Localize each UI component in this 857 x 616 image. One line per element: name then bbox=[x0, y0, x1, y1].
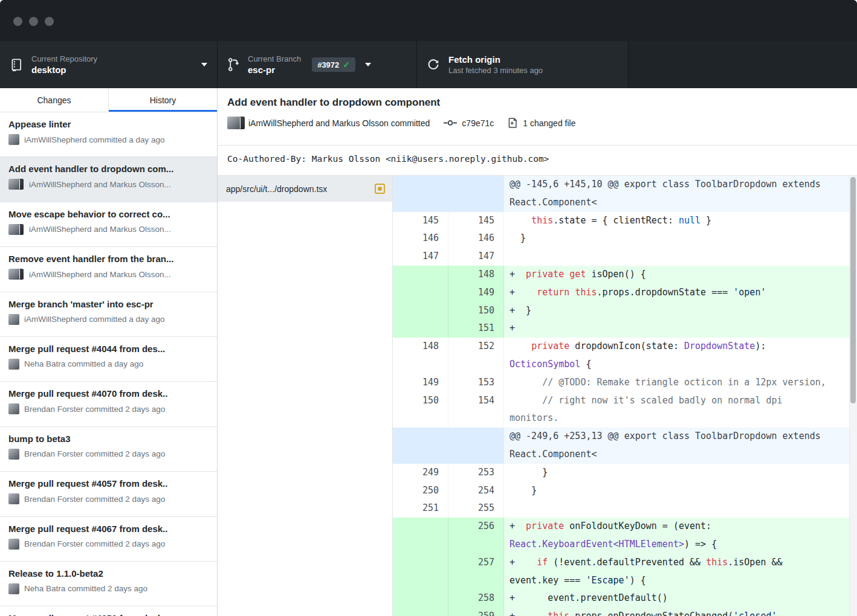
current-repository-button[interactable]: Current Repository desktop bbox=[0, 41, 218, 88]
scrollbar-track[interactable] bbox=[849, 176, 857, 616]
file-list-item[interactable]: app/src/ui/t.../dropdown.tsx bbox=[218, 176, 392, 202]
commit-item-byline: iAmWillShepherd and Markus Olsson... bbox=[8, 269, 209, 280]
code-token bbox=[509, 215, 531, 226]
commit-item-byline-text: iAmWillShepherd committed a day ago bbox=[24, 315, 165, 324]
old-line-number: 249 bbox=[393, 464, 448, 482]
commit-item-byline-text: iAmWillShepherd and Markus Olsson... bbox=[29, 180, 171, 189]
commit-item-byline: iAmWillShepherd and Markus Olsson... bbox=[8, 224, 209, 235]
check-icon: ✓ bbox=[343, 60, 350, 69]
sidebar-tabs: Changes History bbox=[0, 88, 217, 112]
commit-item-title: bump to beta3 bbox=[8, 434, 209, 444]
tab-history[interactable]: History bbox=[108, 88, 217, 112]
commit-list-item[interactable]: Remove event handler from the bran... iA… bbox=[0, 247, 217, 292]
commit-item-byline: Brendan Forster committed 2 days ago bbox=[8, 493, 209, 504]
code-token: // @TODO: Remake triangle octicon in a 1… bbox=[542, 377, 826, 388]
chevron-down-icon bbox=[365, 63, 371, 66]
avatar bbox=[8, 269, 19, 280]
code-token: return bbox=[537, 287, 569, 298]
sync-icon bbox=[427, 58, 440, 71]
avatar bbox=[8, 583, 19, 594]
content: Changes History Appease linter iAmWillSh… bbox=[0, 88, 857, 616]
commit-list-item[interactable]: Add event handler to dropdown com... iAm… bbox=[0, 157, 217, 202]
code-token bbox=[509, 341, 531, 351]
commit-list-item[interactable]: Release to 1.1.0-beta2 Neha Batra commit… bbox=[0, 562, 217, 606]
code-token: { bbox=[580, 359, 591, 370]
avatar bbox=[8, 134, 19, 145]
commit-hash[interactable]: c79e71c bbox=[462, 118, 494, 128]
app-window: Current Repository desktop Current Branc… bbox=[0, 0, 857, 616]
avatar bbox=[8, 359, 19, 370]
code-token: } bbox=[700, 215, 711, 226]
close-window-button[interactable] bbox=[13, 17, 22, 26]
diff-row: 251 255 bbox=[393, 499, 857, 518]
commit-item-byline: iAmWillShepherd committed a day ago bbox=[8, 314, 209, 325]
code-token: isOpen() { bbox=[586, 269, 645, 280]
code-token: + bbox=[509, 287, 537, 298]
avatar bbox=[8, 403, 19, 414]
scrollbar-thumb[interactable] bbox=[850, 177, 856, 403]
code-token bbox=[509, 395, 542, 406]
diff-row: 148 + private get isOpen() { bbox=[393, 266, 857, 284]
modified-file-icon bbox=[375, 184, 385, 194]
new-line-number: 253 bbox=[448, 464, 504, 482]
avatar bbox=[8, 224, 19, 235]
code-token: // right now it's scaled badly on normal… bbox=[509, 395, 788, 424]
commit-list-item[interactable]: Merge pull request #4044 from des... Neh… bbox=[0, 337, 217, 382]
diff-row: 258 + event.preventDefault() bbox=[393, 589, 857, 608]
minimize-window-button[interactable] bbox=[29, 17, 38, 26]
avatar bbox=[8, 224, 24, 235]
commit-list-item[interactable]: Merge branch 'master' into esc-pr iAmWil… bbox=[0, 292, 217, 337]
code-token: this bbox=[575, 287, 597, 298]
code-line: } bbox=[504, 464, 857, 482]
avatar bbox=[227, 117, 243, 129]
commit-list-item[interactable]: bump to beta3 Brendan Forster committed … bbox=[0, 427, 217, 472]
commit-item-title: Move escape behavior to correct co... bbox=[8, 209, 209, 219]
old-line-number: 150 bbox=[393, 392, 448, 428]
diff-row: 150 + } bbox=[393, 302, 857, 320]
commit-item-byline-text: iAmWillShepherd and Markus Olsson... bbox=[29, 225, 171, 234]
commit-list-item[interactable]: Appease linter iAmWillShepherd committed… bbox=[0, 112, 217, 157]
new-line-number: 150 bbox=[448, 302, 504, 320]
avatar bbox=[8, 539, 19, 550]
commit-item-byline-text: iAmWillShepherd committed a day ago bbox=[24, 135, 165, 144]
file-name: app/src/ui/t.../dropdown.tsx bbox=[226, 184, 327, 194]
tab-changes[interactable]: Changes bbox=[0, 88, 108, 112]
fetch-title: Fetch origin bbox=[448, 54, 543, 65]
old-line-number: 147 bbox=[393, 248, 448, 266]
commit-list-item[interactable]: Merge pull request #4067 from desk.. Bre… bbox=[0, 517, 217, 562]
commit-list-item[interactable]: Move escape behavior to correct co... iA… bbox=[0, 202, 217, 247]
code-token: 'open' bbox=[733, 287, 766, 298]
code-token: + bbox=[509, 269, 526, 280]
diff-row: 151 + bbox=[393, 319, 857, 338]
old-line-number bbox=[393, 608, 448, 616]
old-line-number: 250 bbox=[393, 482, 448, 500]
new-line-number: 151 bbox=[448, 319, 504, 338]
code-line: @@ -145,6 +145,10 @@ export class Toolba… bbox=[504, 176, 857, 212]
old-line-number: 146 bbox=[393, 229, 448, 248]
branch-label: Current Branch bbox=[248, 54, 301, 64]
code-line: this.state = { clientRect: null } bbox=[504, 212, 857, 230]
titlebar[interactable] bbox=[0, 0, 857, 41]
commit-icon bbox=[443, 119, 458, 127]
zoom-window-button[interactable] bbox=[45, 17, 54, 26]
commit-history-list: Appease linter iAmWillShepherd committed… bbox=[0, 112, 217, 616]
commit-title: Add event handler to dropdown component bbox=[227, 96, 847, 109]
old-line-number bbox=[393, 266, 448, 284]
code-line: + private onFoldoutKeyDown = (event: Rea… bbox=[504, 518, 857, 554]
code-line: + } bbox=[504, 302, 857, 320]
diff-row: 145 145 this.state = { clientRect: null … bbox=[393, 212, 857, 230]
current-branch-button[interactable]: Current Branch esc-pr #3972 ✓ bbox=[218, 41, 417, 88]
diff-row: @@ -145,6 +145,10 @@ export class Toolba… bbox=[393, 176, 857, 212]
code-token bbox=[509, 377, 542, 388]
commit-list-item[interactable]: Merge pull request #4070 from desk.. Bre… bbox=[0, 382, 217, 426]
commit-list-item[interactable]: Merge pull request #4057 from desk.. Bre… bbox=[0, 472, 217, 516]
fetch-origin-button[interactable]: Fetch origin Last fetched 3 minutes ago bbox=[417, 41, 629, 88]
commit-description: Co-Authored-By: Markus Olsson <niik@user… bbox=[218, 145, 857, 176]
code-token bbox=[564, 269, 569, 280]
code-token: this bbox=[548, 611, 569, 616]
repository-label: Current Repository bbox=[31, 54, 97, 64]
commit-item-title: Merge pull request #4057 from desk.. bbox=[8, 478, 209, 489]
old-line-number bbox=[393, 428, 448, 464]
diff-rows: @@ -145,6 +145,10 @@ export class Toolba… bbox=[393, 176, 857, 616]
commit-list-item[interactable]: Merge pull request #4050 from desk.. bbox=[0, 606, 217, 616]
